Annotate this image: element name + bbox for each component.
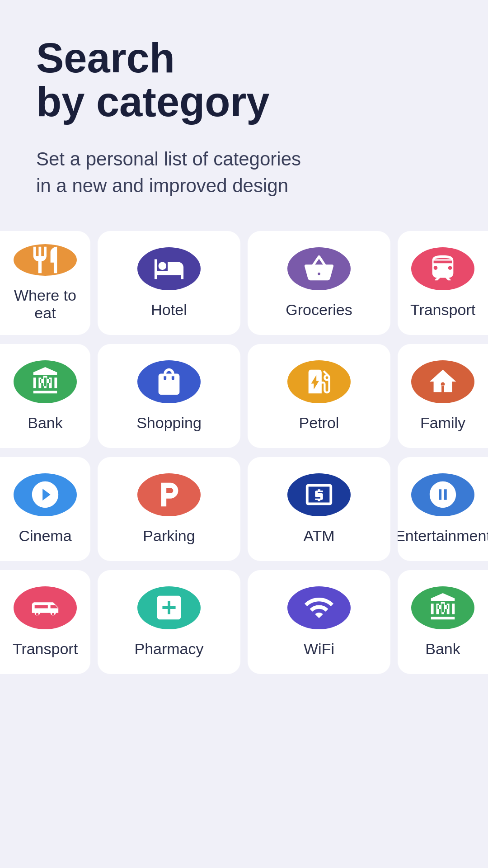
- family-label: Family: [420, 414, 465, 432]
- atm-icon: [287, 473, 351, 516]
- header: Search by category Set a personal list o…: [0, 0, 488, 226]
- category-card-transport[interactable]: Transport: [398, 231, 488, 335]
- bank2-label: Bank: [425, 640, 460, 658]
- bank2-icon: [411, 586, 474, 629]
- shopping-label: Shopping: [136, 414, 202, 432]
- petrol-icon: [287, 360, 351, 403]
- transport2-label: Transport: [13, 640, 78, 658]
- bank-label: Bank: [28, 414, 63, 432]
- shopping-icon: [137, 360, 201, 403]
- category-row-2: Bank Shopping Petrol: [0, 340, 488, 453]
- category-card-pharmacy[interactable]: Pharmacy: [98, 570, 240, 674]
- pharmacy-icon: [137, 586, 201, 629]
- category-card-entertainment[interactable]: Entertainment: [398, 457, 488, 561]
- category-card-wifi[interactable]: WiFi: [248, 570, 390, 674]
- groceries-label: Groceries: [286, 301, 352, 319]
- wifi-label: WiFi: [304, 640, 334, 658]
- groceries-icon: [287, 247, 351, 290]
- category-card-petrol[interactable]: Petrol: [248, 344, 390, 448]
- bank-icon: [14, 360, 77, 403]
- cinema-icon: [14, 473, 77, 516]
- transport-icon: [411, 247, 474, 290]
- category-card-bank2[interactable]: Bank: [398, 570, 488, 674]
- category-grid: Where to eat Hotel Groceries: [0, 226, 488, 679]
- pharmacy-label: Pharmacy: [134, 640, 203, 658]
- category-card-transport2[interactable]: Transport: [0, 570, 90, 674]
- transport-label: Transport: [410, 301, 475, 319]
- parking-icon: [137, 473, 201, 516]
- entertainment-icon: [411, 473, 474, 516]
- wifi-icon: [287, 586, 351, 629]
- category-card-shopping[interactable]: Shopping: [98, 344, 240, 448]
- where-to-eat-icon: [14, 244, 77, 276]
- petrol-label: Petrol: [299, 414, 339, 432]
- family-icon: [411, 360, 474, 403]
- category-row-1: Where to eat Hotel Groceries: [0, 226, 488, 340]
- entertainment-label: Entertainment: [398, 527, 488, 545]
- hotel-icon: [137, 247, 201, 290]
- parking-label: Parking: [143, 527, 195, 545]
- page-subtitle: Set a personal list of categories in a n…: [36, 146, 452, 199]
- category-card-parking[interactable]: Parking: [98, 457, 240, 561]
- category-card-atm[interactable]: ATM: [248, 457, 390, 561]
- where-to-eat-label: Where to eat: [7, 287, 83, 322]
- category-card-groceries[interactable]: Groceries: [248, 231, 390, 335]
- category-card-bank[interactable]: Bank: [0, 344, 90, 448]
- transport2-icon: [14, 586, 77, 629]
- atm-label: ATM: [303, 527, 334, 545]
- page-title: Search by category: [36, 36, 452, 123]
- category-card-family[interactable]: Family: [398, 344, 488, 448]
- category-card-cinema[interactable]: Cinema: [0, 457, 90, 561]
- cinema-label: Cinema: [19, 527, 71, 545]
- hotel-label: Hotel: [151, 301, 187, 319]
- category-row-3: Cinema Parking ATM: [0, 453, 488, 566]
- category-card-where-to-eat[interactable]: Where to eat: [0, 231, 90, 335]
- category-card-hotel[interactable]: Hotel: [98, 231, 240, 335]
- category-row-4: Transport Pharmacy WiFi: [0, 566, 488, 679]
